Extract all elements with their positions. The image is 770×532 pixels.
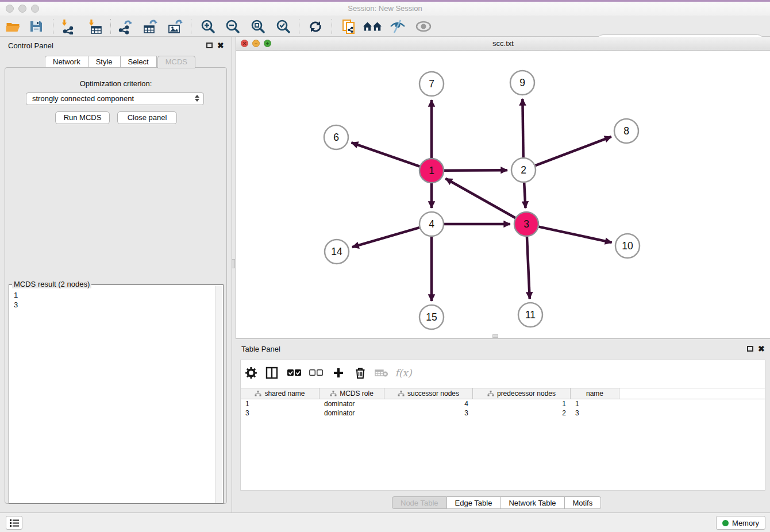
hide-details-button[interactable]	[387, 18, 408, 35]
import-table-button[interactable]	[84, 18, 105, 35]
table-cell[interactable]: dominator	[319, 399, 384, 408]
graph-node-14[interactable]: 14	[325, 240, 349, 264]
criterion-dropdown[interactable]: strongly connected component	[26, 92, 204, 105]
zoom-in-icon	[201, 19, 216, 34]
select-all-button[interactable]	[285, 365, 303, 381]
table-cell[interactable]: 3	[571, 408, 619, 418]
tab-node-table[interactable]: Node Table	[392, 496, 447, 509]
graph-edge-1-2[interactable]	[444, 170, 507, 171]
refresh-layout-icon	[307, 19, 324, 34]
zoom-selected-button[interactable]	[273, 18, 294, 35]
tab-network[interactable]: Network	[45, 56, 88, 68]
graph-node-9[interactable]: 9	[510, 71, 534, 95]
export-table-button[interactable]	[140, 18, 161, 35]
tab-mcds[interactable]: MCDS	[157, 56, 195, 68]
memory-status-icon	[722, 520, 729, 526]
zoom-in-button[interactable]	[198, 18, 218, 35]
column-header-shared-name[interactable]: shared name	[241, 388, 319, 399]
graph-edge-2-3[interactable]	[524, 183, 525, 208]
open-file-button[interactable]	[2, 18, 23, 35]
close-panel-button[interactable]: Close panel	[117, 111, 177, 124]
graph-node-10[interactable]: 10	[615, 234, 640, 258]
run-mcds-button[interactable]: Run MCDS	[55, 111, 110, 124]
table-cell[interactable]: dominator	[319, 408, 384, 418]
graph-node-2[interactable]: 2	[511, 158, 536, 182]
graph-node-3[interactable]: 3	[514, 212, 538, 236]
table-area: f(x) shared nameMCDS rolesuccessor nodes…	[240, 360, 765, 491]
zoom-fit-button[interactable]	[248, 18, 268, 35]
memory-button[interactable]: Memory	[716, 516, 765, 530]
float-panel-icon[interactable]	[747, 346, 753, 352]
graph-node-15[interactable]: 15	[419, 305, 444, 329]
splitter-grip[interactable]	[232, 259, 235, 268]
network-window-title: scc.txt	[236, 37, 770, 51]
zoom-fit-icon	[251, 19, 266, 34]
graph-node-label: 8	[623, 125, 629, 137]
canvas-resize-grip[interactable]	[492, 334, 498, 338]
graph-edge-2-8[interactable]	[536, 137, 611, 165]
column-header-label: name	[586, 390, 603, 398]
table-row[interactable]: 1dominator411	[241, 399, 765, 408]
graph-node-label: 11	[525, 309, 536, 321]
graph-edge-4-14[interactable]	[352, 228, 419, 247]
column-header-successor-nodes[interactable]: successor nodes	[384, 388, 473, 399]
graph-node-1[interactable]: 1	[419, 159, 444, 183]
zoom-out-button[interactable]	[222, 18, 243, 35]
network-canvas[interactable]: 7968124314101511	[236, 51, 770, 338]
result-scrollbar[interactable]	[215, 286, 222, 503]
graph-node-4[interactable]: 4	[419, 212, 444, 236]
app-window: Session: New Session	[0, 0, 770, 532]
console-button[interactable]	[6, 516, 22, 530]
table-cell[interactable]: 3	[241, 408, 319, 418]
add-row-button[interactable]	[329, 365, 348, 381]
delete-column-button[interactable]	[372, 365, 391, 381]
graph-node-6[interactable]: 6	[324, 125, 348, 149]
tab-select[interactable]: Select	[121, 56, 157, 68]
network-window-titlebar[interactable]: ✕ − + scc.txt	[236, 37, 770, 51]
column-header-predecessor-nodes[interactable]: predecessor nodes	[473, 388, 571, 399]
graph-edge-1-6[interactable]	[351, 142, 419, 167]
graph-node-8[interactable]: 8	[614, 119, 638, 143]
table-row[interactable]: 3dominator323	[241, 408, 765, 418]
save-button[interactable]	[26, 18, 47, 35]
table-cell[interactable]: 1	[571, 399, 619, 408]
table-cell[interactable]: 3	[384, 408, 473, 418]
homes-button[interactable]	[363, 18, 383, 35]
graph-node-11[interactable]: 11	[518, 303, 542, 327]
column-header-MCDS-role[interactable]: MCDS role	[319, 388, 384, 399]
close-panel-icon[interactable]: ✖	[758, 345, 765, 352]
graph-edge-3-10[interactable]	[539, 227, 612, 242]
delete-rows-button[interactable]	[351, 365, 369, 381]
export-network-button[interactable]	[115, 18, 136, 35]
table-cell[interactable]: 2	[473, 408, 571, 418]
graph-edge-3-1[interactable]	[445, 179, 515, 218]
graph-edge-3-11[interactable]	[527, 237, 530, 299]
table-cell[interactable]: 1	[241, 399, 319, 408]
import-network-button[interactable]	[57, 18, 78, 35]
tab-network-table[interactable]: Network Table	[500, 496, 564, 509]
float-panel-icon[interactable]	[206, 43, 213, 48]
column-header-name[interactable]: name	[571, 388, 619, 399]
apply-function-button[interactable]: f(x)	[394, 365, 413, 381]
duplicate-network-button[interactable]	[338, 18, 359, 35]
close-panel-icon[interactable]: ✖	[217, 42, 224, 49]
graph-edge-2-9[interactable]	[522, 99, 523, 157]
show-details-button[interactable]	[413, 18, 434, 35]
table-cell[interactable]: 4	[384, 399, 473, 408]
table-body: 1dominator4113dominator323	[241, 399, 765, 418]
tab-edge-table[interactable]: Edge Table	[447, 496, 501, 509]
graph-node-label: 15	[426, 311, 437, 323]
table-cell[interactable]: 1	[473, 399, 571, 408]
mcds-result-line: 3	[14, 300, 18, 310]
table-panel: Table Panel ✖	[232, 339, 770, 512]
export-image-button[interactable]	[165, 18, 186, 35]
show-columns-button[interactable]	[263, 365, 281, 381]
refresh-layout-button[interactable]	[305, 18, 326, 35]
unselect-all-button[interactable]	[307, 365, 325, 381]
graph-node-7[interactable]: 7	[419, 72, 444, 96]
graph-node-label: 1	[429, 165, 434, 176]
tab-motifs[interactable]: Motifs	[565, 496, 602, 509]
task-list-icon	[10, 519, 19, 527]
table-settings-button[interactable]	[242, 365, 260, 381]
tab-style[interactable]: Style	[88, 56, 121, 68]
